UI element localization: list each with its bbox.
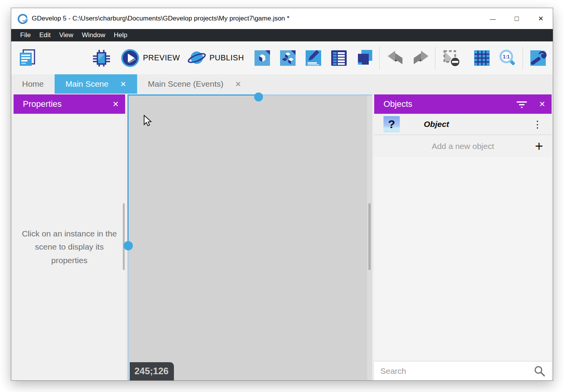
gdevelop-logo-icon: [17, 14, 28, 24]
events-sheet-icon[interactable]: [329, 48, 349, 68]
svg-text:1:1: 1:1: [503, 54, 510, 59]
properties-panel-title: Properties: [23, 99, 62, 109]
grid-icon[interactable]: [472, 48, 492, 68]
properties-empty-message: Click on an instance in the scene to dis…: [21, 227, 118, 267]
tab-main-scene-events[interactable]: Main Scene (Events) ✕: [137, 74, 252, 94]
build-tools-wrench-icon[interactable]: [528, 48, 548, 68]
tab-main-scene-label: Main Scene: [65, 79, 108, 89]
objects-search-bar: [374, 361, 552, 380]
add-object-button[interactable]: Add a new object +: [374, 135, 552, 157]
close-icon[interactable]: ✕: [529, 8, 553, 29]
publish-globe-icon[interactable]: [187, 48, 206, 68]
window-title: GDevelop 5 - C:\Users\charburg\Documents…: [32, 15, 289, 22]
plus-icon: +: [535, 138, 543, 154]
toolbar: PREVIEW PUBLISH: [11, 41, 553, 74]
debug-icon[interactable]: [92, 48, 111, 68]
horizontal-splitter[interactable]: [129, 94, 258, 96]
splitter-drag-handle[interactable]: [124, 241, 133, 250]
tab-home[interactable]: Home: [11, 74, 55, 94]
objects-panel-header: Objects ✕: [374, 94, 552, 114]
object-list-item[interactable]: ? Object ⋮: [374, 114, 552, 135]
window-controls: — □ ✕: [481, 8, 553, 29]
menu-bar: File Edit View Window Help: [11, 29, 553, 41]
canvas-scrollbar[interactable]: [368, 203, 371, 270]
add-object-label: Add a new object: [432, 142, 494, 151]
scene-canvas[interactable]: 245;126: [129, 96, 372, 380]
preview-play-icon[interactable]: [120, 48, 140, 68]
kebab-menu-icon[interactable]: ⋮: [533, 120, 542, 129]
maximize-icon[interactable]: □: [505, 8, 529, 29]
scene-properties-pencil-icon[interactable]: [304, 48, 323, 68]
search-input[interactable]: [380, 366, 534, 376]
object-question-icon: ?: [383, 116, 400, 132]
project-manager-icon[interactable]: [17, 48, 37, 68]
tab-home-label: Home: [22, 79, 44, 89]
undo-icon[interactable]: [385, 48, 405, 68]
toolbar-separator: [523, 47, 523, 69]
objects-list-empty-area: [374, 157, 552, 361]
search-icon[interactable]: [534, 365, 545, 377]
vertical-splitter[interactable]: [127, 246, 129, 380]
zoom-1-1-icon[interactable]: 1:1: [498, 48, 518, 68]
properties-scrollbar[interactable]: [123, 203, 125, 270]
clear-selection-icon[interactable]: [442, 48, 461, 68]
close-icon[interactable]: ✕: [539, 99, 545, 109]
objects-panel: Objects ✕ ? Object ⋮ Add a new object +: [374, 94, 552, 380]
splitter-drag-handle[interactable]: [254, 92, 263, 101]
redo-icon[interactable]: [411, 48, 431, 68]
scene-edit-icon[interactable]: [253, 48, 272, 68]
cursor-position-badge: 245;126: [130, 362, 174, 380]
mouse-cursor: [143, 115, 153, 127]
menu-file[interactable]: File: [16, 31, 35, 39]
horizontal-splitter[interactable]: [258, 94, 372, 96]
menu-view[interactable]: View: [55, 31, 78, 39]
object-name: Object: [424, 120, 449, 129]
menu-edit[interactable]: Edit: [35, 31, 55, 39]
tab-main-scene[interactable]: Main Scene ✕: [55, 74, 137, 94]
app-window: GDevelop 5 - C:\Users\charburg\Documents…: [11, 8, 553, 381]
toolbar-separator: [435, 47, 435, 69]
properties-panel: Properties ✕ Click on an instance in the…: [14, 94, 125, 380]
properties-panel-body: Click on an instance in the scene to dis…: [14, 114, 125, 380]
layers-icon[interactable]: [355, 48, 375, 68]
menu-window[interactable]: Window: [77, 31, 109, 39]
properties-panel-header: Properties ✕: [14, 94, 125, 114]
tab-close-icon[interactable]: ✕: [235, 80, 241, 89]
objects-panel-title: Objects: [383, 99, 413, 109]
main-area: Properties ✕ Click on an instance in the…: [11, 94, 553, 380]
vertical-splitter[interactable]: [127, 94, 129, 246]
close-icon[interactable]: ✕: [112, 99, 119, 109]
title-bar: GDevelop 5 - C:\Users\charburg\Documents…: [11, 8, 553, 29]
tab-main-scene-events-label: Main Scene (Events): [148, 79, 224, 89]
filter-icon[interactable]: [516, 100, 527, 108]
tab-close-icon[interactable]: ✕: [120, 80, 126, 89]
objects-cubes-icon[interactable]: [278, 48, 297, 68]
preview-button[interactable]: PREVIEW: [143, 53, 180, 62]
toolbar-separator: [379, 47, 380, 69]
menu-help[interactable]: Help: [110, 31, 132, 39]
editor-tab-bar: Home Main Scene ✕ Main Scene (Events) ✕: [11, 74, 553, 94]
minimize-icon[interactable]: —: [481, 8, 505, 29]
publish-button[interactable]: PUBLISH: [210, 53, 244, 62]
